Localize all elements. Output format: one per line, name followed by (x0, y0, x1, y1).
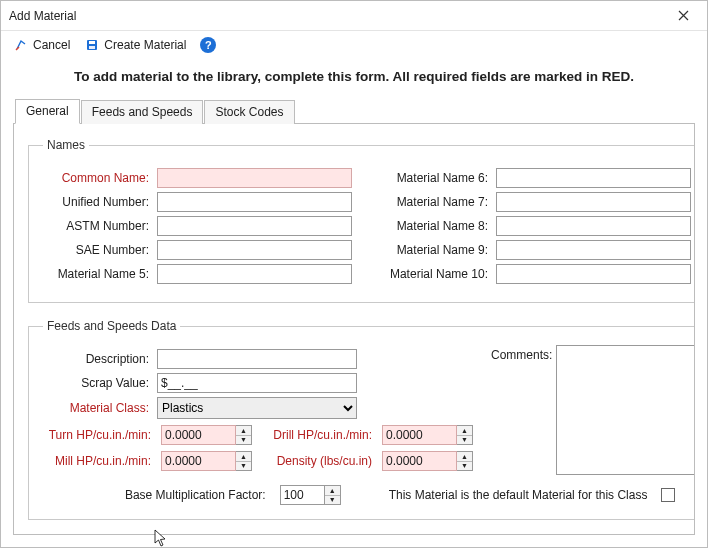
feeds-speeds-group: Feeds and Speeds Data Description: Scrap… (28, 319, 695, 520)
svg-rect-2 (89, 46, 95, 49)
description-input[interactable] (157, 349, 357, 369)
window-title: Add Material (9, 9, 667, 23)
feeds-speeds-legend: Feeds and Speeds Data (43, 319, 180, 333)
titlebar: Add Material (1, 1, 707, 31)
save-icon (84, 37, 100, 53)
svg-rect-1 (89, 41, 95, 44)
material-name-9-input[interactable] (496, 240, 691, 260)
turn-hp-input[interactable] (161, 425, 236, 445)
description-label: Description: (43, 352, 151, 366)
material-class-select[interactable]: Plastics (157, 397, 357, 419)
mill-hp-input[interactable] (161, 451, 236, 471)
spin-down-icon: ▼ (457, 462, 472, 471)
comments-textarea[interactable] (556, 345, 695, 475)
material-name-5-input[interactable] (157, 264, 352, 284)
close-icon (678, 10, 689, 21)
material-name-7-input[interactable] (496, 192, 691, 212)
spin-down-icon: ▼ (325, 496, 340, 505)
tab-general[interactable]: General (15, 99, 80, 124)
scrap-value-input[interactable] (157, 373, 357, 393)
create-material-label: Create Material (104, 38, 186, 52)
spin-down-icon: ▼ (236, 436, 251, 445)
names-legend: Names (43, 138, 89, 152)
banner-text: To add material to the library, complete… (1, 59, 707, 98)
material-name-6-input[interactable] (496, 168, 691, 188)
default-material-checkbox[interactable] (661, 488, 675, 502)
density-input[interactable] (382, 451, 457, 471)
names-group: Names Common Name: Unified Number: ASTM … (28, 138, 695, 303)
spin-down-icon: ▼ (457, 436, 472, 445)
material-name-6-label: Material Name 6: (382, 171, 490, 185)
material-name-5-label: Material Name 5: (43, 267, 151, 281)
density-label: Density (lbs/cu.in) (272, 454, 372, 468)
spin-up-icon: ▲ (457, 452, 472, 462)
create-material-button[interactable]: Create Material (80, 35, 190, 55)
help-button[interactable]: ? (196, 35, 220, 55)
unified-number-input[interactable] (157, 192, 352, 212)
unified-number-label: Unified Number: (43, 195, 151, 209)
material-name-7-label: Material Name 7: (382, 195, 490, 209)
drill-hp-input[interactable] (382, 425, 457, 445)
material-name-9-label: Material Name 9: (382, 243, 490, 257)
add-material-dialog: Add Material Cancel Create Material ? To… (0, 0, 708, 548)
sae-number-label: SAE Number: (43, 243, 151, 257)
turn-hp-label: Turn HP/cu.in./min: (43, 428, 151, 442)
base-factor-label: Base Multiplication Factor: (125, 488, 266, 502)
tab-panel-general: Names Common Name: Unified Number: ASTM … (13, 123, 695, 535)
spin-down-icon: ▼ (236, 462, 251, 471)
common-name-label: Common Name: (43, 171, 151, 185)
spin-up-icon: ▲ (325, 486, 340, 496)
material-name-8-input[interactable] (496, 216, 691, 236)
base-factor-spinner[interactable]: ▲▼ (325, 485, 341, 505)
spin-up-icon: ▲ (236, 426, 251, 436)
mill-hp-label: Mill HP/cu.in./min: (43, 454, 151, 468)
material-name-8-label: Material Name 8: (382, 219, 490, 233)
sae-number-input[interactable] (157, 240, 352, 260)
tab-feeds-speeds[interactable]: Feeds and Speeds (81, 100, 204, 124)
common-name-input[interactable] (157, 168, 352, 188)
scrap-value-label: Scrap Value: (43, 376, 151, 390)
drill-hp-label: Drill HP/cu.in./min: (272, 428, 372, 442)
close-button[interactable] (667, 2, 699, 30)
spin-up-icon: ▲ (236, 452, 251, 462)
help-icon: ? (200, 37, 216, 53)
material-class-label: Material Class: (43, 401, 151, 415)
cancel-button[interactable]: Cancel (9, 35, 74, 55)
tab-strip: General Feeds and Speeds Stock Codes (1, 98, 707, 123)
cancel-icon (13, 37, 29, 53)
base-factor-input[interactable] (280, 485, 325, 505)
astm-number-label: ASTM Number: (43, 219, 151, 233)
drill-hp-spinner[interactable]: ▲▼ (457, 425, 473, 445)
default-material-label: This Material is the default Material fo… (389, 488, 648, 502)
cancel-label: Cancel (33, 38, 70, 52)
comments-label: Comments: (491, 345, 552, 475)
material-name-10-label: Material Name 10: (382, 267, 490, 281)
astm-number-input[interactable] (157, 216, 352, 236)
toolbar: Cancel Create Material ? (1, 31, 707, 59)
material-name-10-input[interactable] (496, 264, 691, 284)
turn-hp-spinner[interactable]: ▲▼ (236, 425, 252, 445)
spin-up-icon: ▲ (457, 426, 472, 436)
density-spinner[interactable]: ▲▼ (457, 451, 473, 471)
mill-hp-spinner[interactable]: ▲▼ (236, 451, 252, 471)
tab-stock-codes[interactable]: Stock Codes (204, 100, 294, 124)
